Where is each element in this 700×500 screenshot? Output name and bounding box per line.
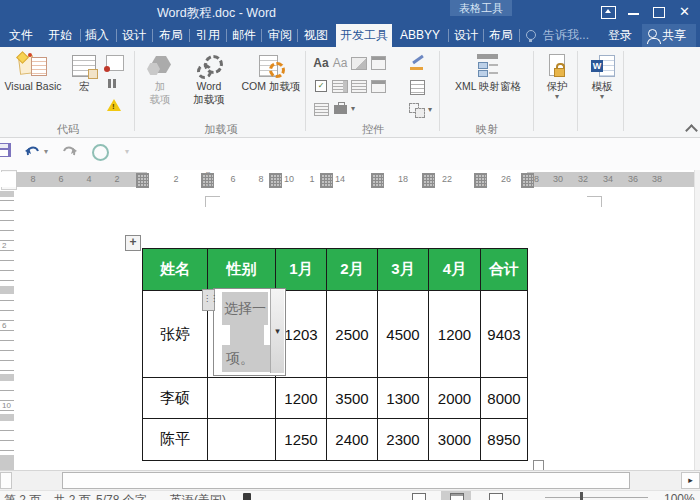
protect-button[interactable]: 保护 ▾ — [539, 52, 575, 101]
table-column-marker[interactable] — [320, 173, 333, 188]
table-row-marker[interactable] — [0, 374, 14, 381]
minimize-button[interactable] — [628, 13, 639, 15]
read-mode-button[interactable] — [412, 493, 426, 500]
table-column-marker[interactable] — [521, 173, 534, 188]
combobox-control-button[interactable] — [331, 76, 349, 96]
repeating-section-control-button[interactable] — [312, 99, 330, 119]
document-page[interactable]: + 姓名 性别 1月 2月 3月 4月 合计 张婷 1203 2500 4500… — [16, 191, 694, 470]
close-button[interactable]: ✕ — [679, 4, 690, 19]
header-cell[interactable]: 4月 — [429, 249, 481, 291]
zoom-slider-track[interactable] — [545, 497, 648, 498]
design-mode-button[interactable] — [408, 53, 426, 73]
tell-me-box[interactable]: 告诉我... — [540, 24, 592, 47]
table-cell[interactable]: 4500 — [378, 291, 429, 378]
picture-control-button[interactable] — [350, 53, 368, 73]
oval-shape-icon[interactable] — [92, 144, 109, 161]
tab-mailings[interactable]: 邮件 — [228, 24, 260, 47]
scroll-left-button[interactable] — [0, 472, 12, 489]
table-cell[interactable]: 1300 — [378, 378, 429, 419]
table-cell[interactable]: 9403 — [481, 291, 528, 378]
tab-abbyy[interactable]: ABBYY Fi — [394, 24, 446, 47]
xml-mapping-pane-button[interactable]: XML 映射窗格 — [445, 52, 531, 93]
com-addins-button[interactable]: COM 加载项 — [238, 52, 304, 93]
print-layout-button[interactable] — [450, 493, 464, 500]
header-cell[interactable]: 2月 — [327, 249, 378, 291]
document-template-button[interactable]: W 模板 ▾ — [583, 52, 621, 101]
tab-home[interactable]: 开始 — [44, 24, 76, 47]
table-cell[interactable]: 1200 — [429, 291, 481, 378]
first-line-indent-marker[interactable]: ▿ — [206, 170, 210, 178]
table-column-marker[interactable] — [269, 173, 282, 188]
tab-table-design[interactable]: 设计 — [451, 24, 481, 47]
visual-basic-button[interactable]: Visual Basic — [3, 52, 63, 93]
table-cell[interactable]: 2500 — [327, 291, 378, 378]
dropdown-arrow-button[interactable]: ▾ — [270, 289, 284, 373]
web-layout-button[interactable] — [489, 493, 503, 500]
group-controls-button[interactable] — [408, 100, 426, 120]
table-cell[interactable]: 1250 — [276, 419, 327, 461]
content-control-handle[interactable]: ⋮⋮ — [202, 289, 215, 311]
header-cell[interactable]: 姓名 — [143, 249, 208, 291]
tab-review[interactable]: 审阅 — [264, 24, 296, 47]
control-properties-button[interactable] — [408, 77, 426, 97]
word-addins-button[interactable]: Word 加载项 — [184, 52, 234, 106]
macro-security-button[interactable]: ! — [107, 99, 121, 111]
table-cell[interactable]: 张婷 — [143, 291, 208, 378]
tab-file[interactable]: 文件 — [4, 24, 38, 47]
checkbox-control-button[interactable]: ✓ — [312, 76, 330, 96]
table-column-marker[interactable] — [422, 173, 435, 188]
zoom-slider-thumb[interactable] — [580, 492, 583, 500]
qat-overflow-icon[interactable]: ▾ — [125, 147, 129, 156]
pause-recording-button[interactable] — [106, 77, 122, 91]
tab-table-layout[interactable]: 布局 — [486, 24, 516, 47]
redo-icon[interactable] — [62, 143, 78, 158]
header-cell[interactable]: 3月 — [378, 249, 429, 291]
header-cell[interactable]: 1月 — [276, 249, 327, 291]
maximize-button[interactable] — [653, 7, 665, 18]
rich-text-control-button[interactable]: Aa — [312, 53, 330, 73]
hanging-indent-marker[interactable]: ▵ — [206, 181, 210, 189]
tab-references[interactable]: 引用 — [192, 24, 224, 47]
vertical-ruler[interactable]: 2 6 10 — [0, 191, 14, 470]
tab-layout[interactable]: 布局 — [155, 24, 187, 47]
zoom-level[interactable]: 100% — [664, 492, 695, 500]
table-cell[interactable]: 1200 — [276, 378, 327, 419]
table-cell[interactable]: 3500 — [327, 378, 378, 419]
table-cell-gender[interactable] — [208, 419, 276, 461]
right-indent-marker[interactable]: ▵ — [483, 181, 487, 189]
language-indicator[interactable]: 英语(美国) — [170, 492, 226, 500]
undo-icon[interactable] — [24, 143, 41, 158]
table-move-handle[interactable]: + — [125, 235, 141, 251]
table-cell[interactable]: 李硕 — [143, 378, 208, 419]
legacy-tools-button[interactable] — [331, 99, 349, 119]
table-column-marker[interactable] — [136, 173, 149, 188]
tab-insert[interactable]: 插入 — [81, 24, 113, 47]
table-row-marker[interactable] — [0, 414, 14, 421]
legacy-tools-dropdown-icon[interactable]: ▾ — [351, 105, 355, 113]
table-row-marker[interactable] — [0, 455, 14, 470]
table-cell[interactable]: 陈平 — [143, 419, 208, 461]
header-cell[interactable]: 性别 — [208, 249, 276, 291]
building-block-control-button[interactable] — [369, 53, 387, 73]
undo-dropdown-icon[interactable]: ▾ — [44, 147, 48, 156]
tab-design[interactable]: 设计 — [118, 24, 150, 47]
word-count[interactable]: 5/78 个字 — [96, 492, 147, 500]
ribbon-display-options-button[interactable] — [601, 6, 616, 19]
group-dropdown-icon[interactable]: ▾ — [428, 106, 432, 114]
sign-in-button[interactable]: 登录 — [603, 24, 637, 47]
date-picker-control-button[interactable] — [369, 76, 387, 96]
macro-recording-icon[interactable] — [243, 493, 251, 500]
macros-button[interactable]: 宏 — [66, 52, 102, 93]
tab-developer-active[interactable]: 开发工具 — [336, 24, 392, 47]
save-button[interactable] — [0, 143, 11, 157]
scrollbar-thumb[interactable] — [62, 472, 630, 489]
dropdown-list-control-button[interactable] — [350, 76, 368, 96]
scroll-right-button[interactable]: ▸ — [681, 472, 700, 489]
table-cell[interactable]: 8000 — [481, 378, 528, 419]
table-cell[interactable]: 2400 — [327, 419, 378, 461]
table-row-marker[interactable] — [0, 286, 14, 294]
table-cell[interactable]: 2000 — [429, 378, 481, 419]
record-macro-button[interactable] — [106, 55, 124, 71]
table-cell[interactable]: 3000 — [429, 419, 481, 461]
table-cell[interactable]: 8950 — [481, 419, 528, 461]
